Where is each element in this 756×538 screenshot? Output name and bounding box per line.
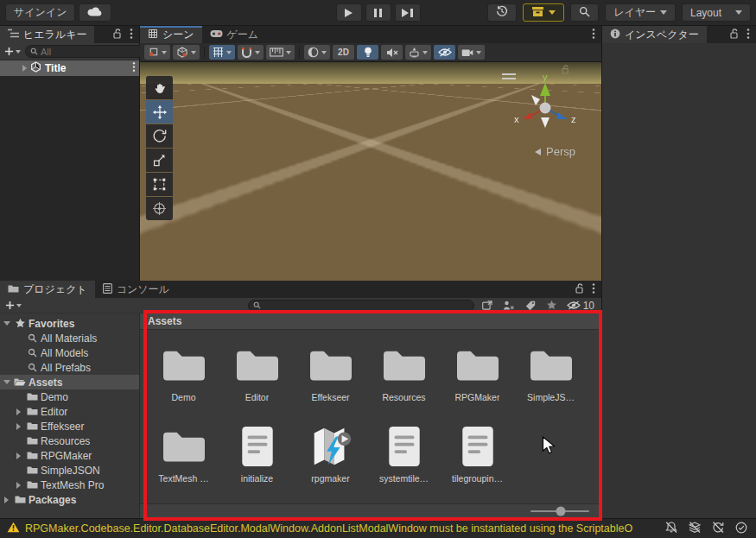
tab-project[interactable]: プロジェクト xyxy=(0,281,95,298)
scene-visibility-button[interactable] xyxy=(434,45,455,60)
label-tag-icon[interactable] xyxy=(522,299,539,313)
snap-increment-button[interactable] xyxy=(266,45,295,60)
scene-viewport[interactable]: y x z Persp xyxy=(140,62,601,281)
lock-icon[interactable] xyxy=(113,28,122,41)
slider-thumb[interactable] xyxy=(556,507,566,516)
tab-hierarchy[interactable]: ヒエラルキー xyxy=(0,26,94,43)
asset-rpgmaker[interactable]: RPGMaker xyxy=(441,340,514,421)
expand-arrow-icon[interactable] xyxy=(2,321,11,326)
tree-item-packages[interactable]: Packages xyxy=(0,492,139,507)
expand-arrow-icon[interactable] xyxy=(14,482,23,489)
asset-systemtile[interactable]: systemtile… xyxy=(367,421,441,503)
pan-tool-button[interactable] xyxy=(146,76,173,99)
kebab-menu-icon[interactable] xyxy=(132,61,136,75)
scene-audio-button[interactable] xyxy=(381,45,403,60)
asset-grid-breadcrumb[interactable]: Assets xyxy=(140,313,601,330)
tree-item-favorites[interactable]: Favorites xyxy=(0,316,139,331)
tab-inspector[interactable]: インスペクター xyxy=(602,26,707,43)
status-bar[interactable]: RPGMaker.Codebase.Editor.DatabaseEditor.… xyxy=(0,518,756,538)
kebab-menu-icon[interactable] xyxy=(592,28,595,42)
expand-arrow-icon[interactable] xyxy=(22,65,27,72)
camera-settings-button[interactable] xyxy=(458,45,485,60)
grid-visibility-button[interactable] xyxy=(209,45,235,60)
signin-button[interactable]: サインイン xyxy=(5,3,75,22)
asset-simplejs[interactable]: SimpleJS… xyxy=(514,340,588,421)
move-tool-button[interactable] xyxy=(146,100,173,123)
expand-arrow-icon[interactable] xyxy=(2,380,11,384)
open-in-window-icon[interactable] xyxy=(479,299,496,313)
tree-item-demo[interactable]: Demo xyxy=(0,389,139,404)
add-object-button[interactable] xyxy=(3,47,22,56)
expand-arrow-icon[interactable] xyxy=(14,423,23,430)
tree-item-all-materials[interactable]: All Materials xyxy=(0,331,139,345)
layers-dropdown[interactable]: レイヤー xyxy=(605,3,676,22)
asset-initialize[interactable]: initialize xyxy=(220,421,294,503)
shading-mode-button[interactable] xyxy=(304,45,330,60)
lock-icon[interactable] xyxy=(575,283,584,296)
asset-effekseer[interactable]: Effekseer xyxy=(294,340,367,421)
play-button[interactable] xyxy=(336,3,362,22)
project-search-input[interactable] xyxy=(264,301,469,311)
tree-item-assets[interactable]: Assets xyxy=(0,375,139,389)
layout-dropdown[interactable]: Layout xyxy=(682,3,751,22)
favorite-star-icon[interactable] xyxy=(543,299,561,313)
perspective-toggle[interactable]: Persp xyxy=(535,145,575,158)
kebab-menu-icon[interactable] xyxy=(592,282,595,297)
orientation-gizmo[interactable]: y x z xyxy=(511,73,579,142)
unity-editor-window: サインイン レイヤー L xyxy=(0,0,756,538)
expand-arrow-icon[interactable] xyxy=(2,497,11,503)
asset-tilegroupin[interactable]: tilegroupin… xyxy=(441,421,514,503)
asset-store-person-icon[interactable] xyxy=(500,299,518,313)
tree-item-resources[interactable]: Resources xyxy=(0,434,139,448)
tree-item-effekseer[interactable]: Effekseer xyxy=(0,419,139,434)
tool-handle-rotation-button[interactable] xyxy=(173,45,200,60)
tree-item-all-models[interactable]: All Models xyxy=(0,345,139,360)
code-optimization-icon[interactable] xyxy=(735,522,747,536)
step-button[interactable] xyxy=(395,3,421,22)
expand-arrow-icon[interactable] xyxy=(14,453,23,459)
tree-item-rpgmaker[interactable]: RPGMaker xyxy=(0,448,139,463)
tree-item-label: Editor xyxy=(41,406,67,418)
hidden-count-eye-icon[interactable] xyxy=(565,299,582,313)
effects-button[interactable] xyxy=(405,45,431,60)
tool-handle-position-button[interactable] xyxy=(144,45,170,60)
hierarchy-item-title[interactable]: Title xyxy=(0,60,139,76)
asset-demo[interactable]: Demo xyxy=(147,340,220,421)
view-2d-button[interactable]: 2D xyxy=(333,45,354,60)
transform-tool-button[interactable] xyxy=(146,197,173,220)
snap-toggle-button[interactable] xyxy=(238,45,264,60)
pause-button[interactable] xyxy=(365,3,391,22)
lock-icon[interactable] xyxy=(730,28,739,41)
project-search[interactable] xyxy=(248,300,474,312)
tab-console[interactable]: コンソール xyxy=(95,281,177,298)
scene-object-gizmo-icon[interactable] xyxy=(363,165,370,173)
expand-arrow-icon[interactable] xyxy=(14,408,23,415)
status-message[interactable]: RPGMaker.Codebase.Editor.DatabaseEditor.… xyxy=(25,522,660,535)
tree-item-textmesh-pro[interactable]: TextMesh Pro xyxy=(0,478,139,492)
asset-editor[interactable]: Editor xyxy=(220,340,294,421)
auto-refresh-off-icon[interactable] xyxy=(712,522,724,535)
create-asset-button[interactable] xyxy=(3,301,23,310)
kebab-menu-icon[interactable] xyxy=(130,28,133,42)
kebab-menu-icon[interactable] xyxy=(746,28,750,42)
cloud-button[interactable] xyxy=(79,3,111,22)
tab-scene[interactable]: シーン xyxy=(140,26,202,43)
thumbnail-size-slider[interactable] xyxy=(530,510,589,512)
undo-history-button[interactable] xyxy=(487,3,517,22)
rotate-tool-button[interactable] xyxy=(146,124,173,148)
cache-server-off-icon[interactable] xyxy=(689,522,701,535)
asset-resources[interactable]: Resources xyxy=(367,340,441,421)
notifications-off-icon[interactable] xyxy=(665,522,677,535)
tree-item-editor[interactable]: Editor xyxy=(0,404,139,419)
scene-lighting-button[interactable] xyxy=(357,45,378,60)
asset-rpgmaker[interactable]: rpgmaker xyxy=(294,421,367,503)
tree-item-all-prefabs[interactable]: All Prefabs xyxy=(0,360,139,375)
scale-tool-button[interactable] xyxy=(146,149,173,172)
search-button[interactable] xyxy=(570,3,599,22)
tab-game[interactable]: ゲーム xyxy=(202,26,267,43)
package-dropdown-button[interactable] xyxy=(523,3,564,22)
rect-tool-button[interactable] xyxy=(146,173,173,196)
hierarchy-empty-area[interactable] xyxy=(0,76,139,281)
tree-item-simplejson[interactable]: SimpleJSON xyxy=(0,463,139,478)
asset-textmesh[interactable]: TextMesh … xyxy=(147,421,220,503)
